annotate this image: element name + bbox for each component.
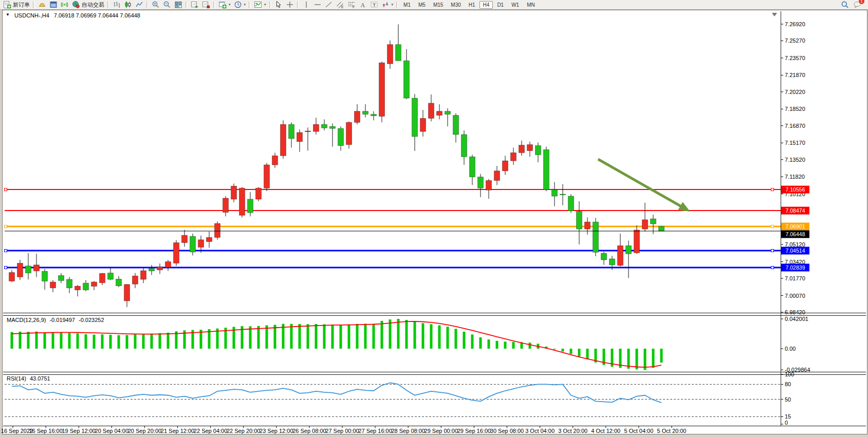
candlestick-series (9, 24, 664, 307)
candle-up (297, 132, 303, 142)
signals-button[interactable] (59, 1, 70, 9)
macd-histogram-bar (200, 330, 202, 349)
profiles-button[interactable]: ▾ (232, 1, 248, 9)
svg-text:7.18520: 7.18520 (785, 106, 805, 112)
zoom-out-button[interactable] (161, 1, 173, 9)
timeframe-m30[interactable]: M30 (447, 1, 464, 9)
candle-down (289, 124, 294, 139)
line-anchor-handle (771, 188, 774, 191)
horizontal-level-lines[interactable] (5, 188, 781, 269)
crosshair-button[interactable] (284, 1, 296, 9)
line-anchor-handle (771, 250, 774, 252)
notifications-icon[interactable]: 1 (853, 1, 861, 9)
timeframe-d1[interactable]: D1 (493, 1, 507, 9)
data-window-button[interactable] (48, 1, 59, 9)
line-anchor-handle (5, 267, 7, 269)
text-button[interactable]: A (357, 1, 368, 9)
timeframe-h4[interactable]: H4 (479, 1, 493, 9)
panel-dividers[interactable] (3, 313, 866, 426)
chevron-down-icon[interactable]: ▾ (244, 3, 246, 7)
macd-histogram-bar (586, 349, 589, 359)
chevron-down-icon[interactable]: ▾ (229, 3, 231, 7)
chart-shift-button[interactable] (200, 1, 212, 9)
candlestick-chart-button[interactable] (122, 1, 134, 9)
chart-canvas: 7.269207.252707.235707.218707.202207.185… (1, 1, 868, 437)
new-order-button[interactable]: 新订单 (2, 1, 31, 9)
search-icon[interactable] (841, 1, 849, 9)
cursor-button[interactable] (273, 1, 284, 9)
macd-histogram-bar (381, 321, 383, 349)
svg-text:7.01770: 7.01770 (785, 275, 805, 281)
macd-histogram-bar (126, 335, 128, 349)
timeframe-m1[interactable]: M1 (400, 1, 414, 9)
candle-down (651, 219, 656, 224)
svg-text:7.16870: 7.16870 (785, 123, 805, 129)
macd-histogram-bar (266, 325, 268, 349)
candle-up (618, 245, 623, 265)
svg-text:E: E (341, 5, 344, 9)
market-watch-button[interactable] (36, 1, 48, 9)
svg-text:A: A (360, 2, 365, 9)
horizontal-line-button[interactable] (312, 1, 323, 9)
text-label-button[interactable]: T (368, 1, 380, 9)
macd-histogram-bar (299, 324, 301, 349)
candle-down (568, 196, 574, 211)
macd-histogram-bar (488, 339, 490, 349)
candle-down (108, 273, 114, 279)
candle-down (577, 212, 582, 229)
macd-histogram-bar (504, 341, 507, 349)
indicators-button[interactable]: ▾ (252, 1, 268, 9)
candle-up (231, 186, 237, 199)
equidistant-channel-button[interactable]: E (335, 1, 346, 9)
svg-text:21 Sep 12:00: 21 Sep 12:00 (161, 428, 194, 434)
auto-trading-button[interactable]: 自动交易 (70, 1, 106, 9)
tile-windows-button[interactable] (173, 1, 184, 9)
timeframe-w1[interactable]: W1 (508, 1, 523, 9)
fibonacci-button[interactable]: F (346, 1, 357, 9)
line-chart-button[interactable] (134, 1, 145, 9)
data-window-icon (49, 1, 58, 9)
macd-histogram-bar (562, 349, 564, 352)
line-anchor-handle (771, 267, 774, 269)
candle-down (453, 116, 459, 135)
candle-up (305, 131, 311, 132)
time-axis[interactable]: 16 Sep 202216 Sep 16:0019 Sep 12:0020 Se… (1, 426, 687, 434)
arrows-button[interactable]: ▾ (380, 1, 395, 9)
macd-histogram-bar (496, 341, 498, 349)
timeframe-m15[interactable]: M15 (430, 1, 447, 9)
candle-up (239, 188, 245, 215)
zoom-in-button[interactable] (150, 1, 161, 9)
macd-histogram-bar (77, 333, 79, 349)
chevron-down-icon[interactable]: ▾ (264, 3, 266, 7)
collapse-icon[interactable]: ▼ (6, 12, 10, 18)
vertical-line-button[interactable] (301, 1, 312, 9)
trend-arrow-annotation[interactable] (598, 159, 690, 212)
macd-histogram-bar (389, 319, 392, 349)
macd-histogram-bar (274, 325, 276, 349)
candle-down (478, 177, 484, 188)
timeframe-h1[interactable]: H1 (465, 1, 479, 9)
svg-text:T: T (373, 3, 376, 8)
candle-up (157, 267, 163, 270)
chart-shift-marker[interactable] (772, 13, 777, 16)
line-anchor-handle (5, 188, 7, 191)
chart-shift-icon (202, 1, 210, 9)
chevron-down-icon[interactable]: ▾ (392, 3, 394, 7)
timeframe-mn[interactable]: MN (523, 1, 539, 9)
signals-icon (61, 1, 69, 9)
timeframe-m5[interactable]: M5 (415, 1, 429, 9)
new-chart-button[interactable]: ▾ (217, 1, 232, 9)
main-price-scale[interactable]: 7.269207.252707.235707.218707.202207.185… (781, 21, 809, 315)
svg-text:3 Oct 04:00: 3 Oct 04:00 (525, 428, 555, 434)
svg-text:7.23570: 7.23570 (785, 55, 805, 61)
auto-scroll-button[interactable] (189, 1, 200, 9)
candle-up (256, 188, 262, 199)
bar-chart-button[interactable] (111, 1, 122, 9)
macd-histogram-bar (249, 326, 252, 349)
macd-histogram-bar (142, 334, 145, 349)
candle-up (387, 45, 393, 64)
macd-histogram-bar (331, 325, 334, 349)
svg-text:16 Sep 2022: 16 Sep 2022 (1, 428, 33, 434)
trendline-button[interactable] (323, 1, 335, 9)
svg-text:7.03420: 7.03420 (785, 259, 805, 265)
